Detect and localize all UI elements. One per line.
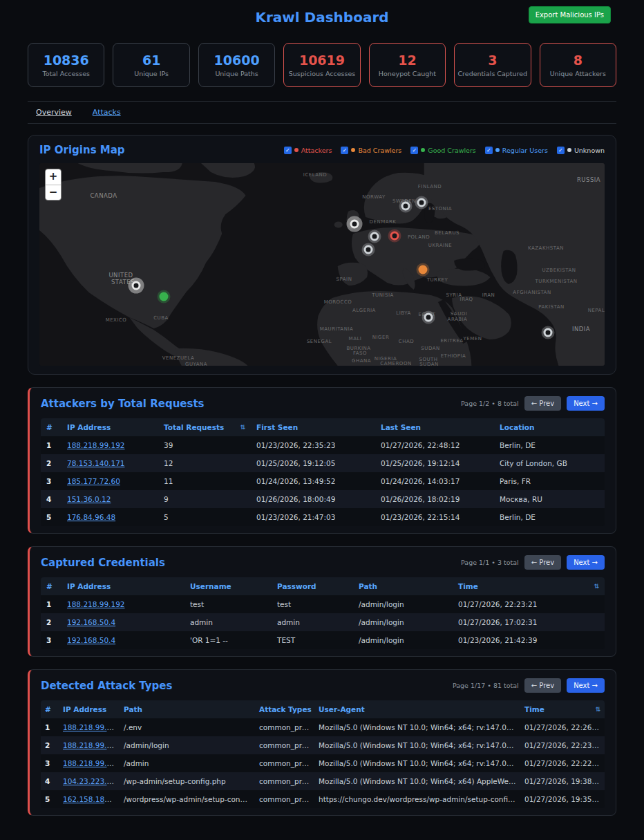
column-header-path[interactable]: Path bbox=[353, 577, 453, 595]
legend-checkbox[interactable]: ✓ bbox=[410, 147, 418, 154]
map-legend: ✓Attackers✓Bad Crawlers✓Good Crawlers✓Re… bbox=[284, 147, 605, 154]
sort-icon[interactable]: ⇅ bbox=[595, 706, 600, 713]
stat-label: Credentials Captured bbox=[457, 70, 527, 77]
row-index: 2 bbox=[41, 454, 61, 472]
cell-path: /.env bbox=[120, 718, 255, 736]
column-header-location[interactable]: Location bbox=[494, 418, 605, 436]
cell-path: /admin/login bbox=[353, 595, 453, 613]
ip-link[interactable]: 176.84.96.48 bbox=[67, 513, 115, 521]
stat-label: Total Accesses bbox=[42, 70, 90, 77]
cell-time: 01/27/2026, 22:26:11 bbox=[520, 718, 605, 736]
legend-checkbox[interactable]: ✓ bbox=[284, 147, 292, 154]
section-title: Attackers by Total Requests bbox=[41, 398, 205, 410]
column-header-ip-address[interactable]: IP Address bbox=[61, 577, 184, 595]
prev-button[interactable]: ← Prev bbox=[524, 396, 561, 411]
export-malicious-ips-button[interactable]: Export Malicious IPs bbox=[529, 6, 611, 24]
map-country-label: BELARUS bbox=[435, 230, 460, 236]
column-header-password[interactable]: Password bbox=[272, 577, 353, 595]
map-country-label: PAKISTAN bbox=[538, 304, 564, 310]
map-marker-good-crawler[interactable] bbox=[160, 292, 169, 301]
ip-link[interactable]: 188.218.99.192 bbox=[67, 600, 125, 608]
ip-link[interactable]: 192.168.50.4 bbox=[67, 618, 115, 626]
map-country-label: SUDAN bbox=[421, 346, 439, 351]
map-marker-unknown[interactable] bbox=[544, 328, 553, 337]
column-header-total-requests[interactable]: Total Requests⇅ bbox=[158, 418, 251, 436]
map-marker-unknown[interactable] bbox=[370, 232, 379, 241]
column-header-path[interactable]: Path bbox=[120, 700, 255, 718]
map-country-label: SUDAN bbox=[419, 362, 438, 366]
ip-link[interactable]: 162.158.182.104 bbox=[63, 795, 120, 803]
zoom-out-button[interactable]: − bbox=[46, 185, 61, 200]
map-marker-unknown[interactable] bbox=[424, 313, 433, 322]
prev-button[interactable]: ← Prev bbox=[524, 555, 561, 570]
map-zoom-control: + − bbox=[45, 169, 61, 200]
map-marker-bad-crawler[interactable] bbox=[419, 265, 428, 274]
ip-link[interactable]: 188.218.99.192 bbox=[63, 741, 120, 749]
column-header-attack-types[interactable]: Attack Types bbox=[255, 700, 314, 718]
map-country-label: UKRAINE bbox=[428, 243, 452, 248]
ip-link[interactable]: 188.218.99.192 bbox=[63, 723, 120, 731]
world-map[interactable]: + − ICELANDCANADANORWAYSWEDENFINLANDRUSS… bbox=[39, 163, 605, 366]
page-info: Page 1/17 • 81 total bbox=[453, 682, 519, 689]
column-header-time[interactable]: Time⇅ bbox=[453, 577, 605, 595]
ip-link[interactable]: 188.218.99.192 bbox=[63, 759, 120, 767]
stat-card-credentials-captured: 3Credentials Captured bbox=[454, 43, 531, 87]
cell-password: test bbox=[272, 595, 353, 613]
ip-link[interactable]: 185.177.72.60 bbox=[67, 477, 120, 485]
map-country-label: UNITED bbox=[108, 272, 133, 279]
legend-checkbox[interactable]: ✓ bbox=[341, 147, 348, 154]
cell-username: test bbox=[184, 595, 272, 613]
column-header-item[interactable]: # bbox=[41, 577, 61, 595]
column-header-time[interactable]: Time⇅ bbox=[520, 700, 605, 718]
next-button[interactable]: Next → bbox=[567, 396, 605, 411]
column-header-item[interactable]: # bbox=[41, 700, 59, 718]
map-marker-attacker[interactable] bbox=[390, 232, 399, 241]
map-country-label: SAUDI bbox=[451, 311, 467, 317]
cell-ip-address: 192.168.50.4 bbox=[61, 613, 184, 631]
sort-icon[interactable]: ⇅ bbox=[594, 583, 599, 590]
map-marker-unknown[interactable] bbox=[364, 245, 373, 254]
ip-link[interactable]: 78.153.140.171 bbox=[67, 459, 125, 467]
row-index: 3 bbox=[41, 472, 61, 490]
cell-attack-types: common_probes bbox=[255, 772, 314, 790]
ip-link[interactable]: 151.36.0.12 bbox=[67, 495, 111, 503]
legend-item-regular-users: ✓Regular Users bbox=[485, 147, 548, 154]
tab-attacks[interactable]: Attacks bbox=[93, 108, 121, 117]
prev-button[interactable]: ← Prev bbox=[524, 678, 561, 693]
legend-checkbox[interactable]: ✓ bbox=[557, 147, 565, 154]
table-row: 2188.218.99.192/admin/logincommon_probes… bbox=[41, 736, 605, 754]
map-country-label: KAZAKHSTAN bbox=[528, 245, 564, 251]
section-header: Detected Attack Types Page 1/17 • 81 tot… bbox=[41, 678, 605, 693]
row-index: 3 bbox=[41, 754, 59, 772]
legend-dot-icon bbox=[421, 148, 425, 152]
legend-checkbox[interactable]: ✓ bbox=[485, 147, 493, 154]
tab-overview[interactable]: Overview bbox=[36, 108, 72, 117]
cell-time: 01/27/2026, 17:02:31 bbox=[453, 613, 605, 631]
zoom-in-button[interactable]: + bbox=[46, 169, 61, 185]
ip-link[interactable]: 192.168.50.4 bbox=[67, 636, 115, 644]
column-header-user-agent[interactable]: User-Agent bbox=[314, 700, 520, 718]
table-row: 2192.168.50.4adminadmin/admin/login01/27… bbox=[41, 613, 605, 631]
column-header-ip-address[interactable]: IP Address bbox=[59, 700, 120, 718]
column-header-first-seen[interactable]: First Seen bbox=[251, 418, 375, 436]
stat-card-unique-paths: 10600Unique Paths bbox=[198, 43, 275, 87]
next-button[interactable]: Next → bbox=[567, 678, 605, 693]
ip-link[interactable]: 188.218.99.192 bbox=[67, 441, 125, 449]
column-header-item[interactable]: # bbox=[41, 418, 61, 436]
map-marker-unknown[interactable] bbox=[417, 198, 426, 207]
cell-time: 01/27/2026, 19:35:33 bbox=[520, 790, 605, 808]
map-marker-unknown[interactable] bbox=[350, 220, 359, 229]
table-row: 1188.218.99.192testtest/admin/login01/27… bbox=[41, 595, 605, 613]
column-header-username[interactable]: Username bbox=[184, 577, 272, 595]
cell-last-seen: 01/26/2026, 18:02:19 bbox=[375, 490, 494, 508]
cell-time: 01/27/2026, 22:23:21 bbox=[453, 595, 605, 613]
pagination: Page 1/17 • 81 total ← Prev Next → bbox=[453, 678, 605, 693]
map-marker-unknown[interactable] bbox=[401, 202, 410, 211]
column-header-last-seen[interactable]: Last Seen bbox=[375, 418, 494, 436]
table-row: 1188.218.99.192/.envcommon_probesMozilla… bbox=[41, 718, 605, 736]
next-button[interactable]: Next → bbox=[567, 555, 605, 570]
map-marker-unknown[interactable] bbox=[132, 281, 141, 290]
ip-link[interactable]: 104.23.223.128 bbox=[63, 777, 120, 785]
column-header-ip-address[interactable]: IP Address bbox=[61, 418, 158, 436]
sort-icon[interactable]: ⇅ bbox=[240, 424, 245, 431]
